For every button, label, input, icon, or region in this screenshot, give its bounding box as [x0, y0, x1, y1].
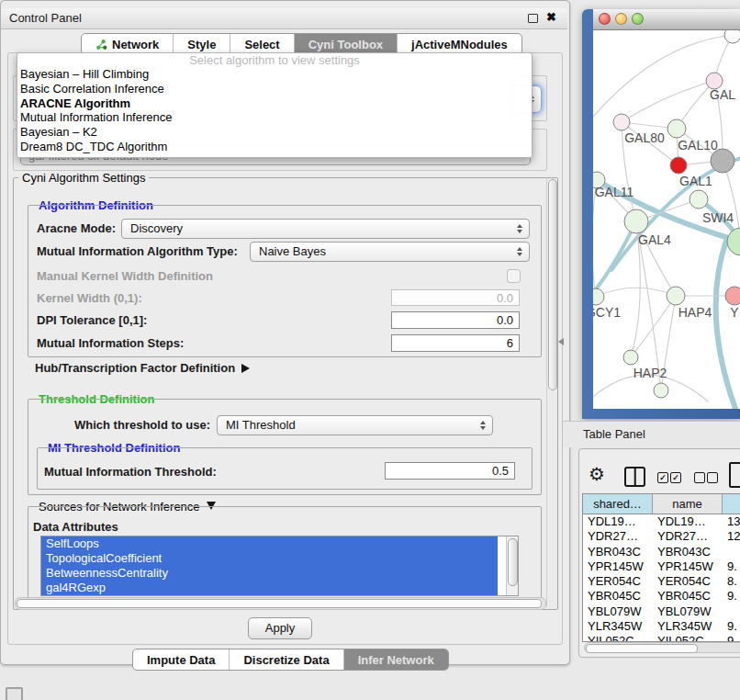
minimize-window-icon[interactable] — [615, 13, 627, 25]
table-row[interactable]: YPR145WYPR145W9. — [583, 559, 740, 574]
tab-discretize-data[interactable]: Discretize Data — [230, 649, 343, 670]
algorithm-option-mutual-information-inference[interactable]: Mutual Information Inference — [17, 110, 532, 125]
network-node[interactable] — [727, 228, 740, 255]
network-node-hap2[interactable] — [623, 350, 638, 365]
settings-horizontal-scrollbar[interactable] — [15, 597, 546, 610]
table-row[interactable]: YLR345WYLR345W9. — [583, 619, 740, 634]
attribute-item-gal4rgexp[interactable]: gal4RGexp — [41, 581, 498, 595]
table-cell[interactable]: 9. — [723, 559, 740, 574]
table-cell[interactable]: YBR043C — [653, 545, 723, 559]
table-cell[interactable]: 12 — [723, 529, 740, 544]
table-row[interactable]: YBR043CYBR043C — [583, 545, 740, 559]
network-node[interactable] — [654, 383, 668, 398]
table-horizontal-scrollbar[interactable] — [584, 642, 740, 653]
split-view-icon[interactable] — [624, 467, 645, 487]
table-row[interactable]: YBL079WYBL079W — [583, 604, 740, 619]
table-cell[interactable]: YBL079W — [653, 604, 723, 619]
table-row[interactable]: YBR045CYBR045C9. — [583, 589, 740, 604]
table-cell[interactable]: 8. — [723, 574, 740, 589]
attribute-item-betweennesscentrality[interactable]: BetweennessCentrality — [41, 566, 498, 581]
table-cell[interactable] — [723, 545, 740, 559]
network-node[interactable] — [724, 29, 740, 43]
tab-select[interactable]: Select — [230, 34, 294, 54]
column-header-shared-[interactable]: shared… — [583, 494, 653, 514]
tab-jactivemnodules[interactable]: jActiveMNodules — [398, 34, 521, 54]
network-window-titlebar[interactable] — [593, 9, 740, 30]
network-node-hap4[interactable] — [667, 287, 685, 305]
network-node-gal10[interactable] — [667, 119, 686, 138]
table-cell[interactable]: YBL079W — [583, 604, 653, 619]
attribute-item-selfloops[interactable]: SelfLoops — [41, 536, 498, 551]
mi-steps-field[interactable] — [391, 334, 520, 352]
table-cell[interactable]: YPR145W — [583, 559, 653, 574]
table-cell[interactable]: YDR27… — [653, 529, 723, 544]
network-node-y[interactable] — [725, 287, 740, 305]
attribute-item-topologicalcoefficient[interactable]: TopologicalCoefficient — [41, 551, 498, 566]
table-row[interactable]: YER054CYER054C8. — [583, 574, 740, 589]
scrollbar-thumb[interactable] — [17, 599, 542, 608]
which-threshold-combo[interactable]: MI Threshold — [217, 415, 493, 435]
attributes-vertical-scrollbar[interactable] — [506, 536, 518, 595]
table-cell[interactable]: YPR145W — [653, 559, 723, 574]
network-edge[interactable] — [596, 288, 676, 297]
panel-collapse-arrow-icon[interactable] — [558, 338, 564, 345]
zoom-window-icon[interactable] — [632, 13, 644, 25]
table-cell[interactable]: YBR045C — [653, 589, 723, 604]
float-window-icon[interactable] — [528, 14, 538, 23]
data-attributes-list[interactable]: SelfLoopsTopologicalCoefficientBetweenne… — [40, 536, 519, 596]
table-cell[interactable]: YER054C — [583, 574, 653, 589]
deselect-all-checkboxes-icon[interactable] — [707, 472, 718, 483]
algorithm-option-bayesian-k2[interactable]: Bayesian – K2 — [17, 125, 532, 140]
mi-type-combo[interactable]: Naive Bayes — [250, 242, 530, 262]
tab-infer-network[interactable]: Infer Network — [344, 649, 448, 670]
column-header-a[interactable]: A — [723, 494, 740, 514]
network-node-gal80[interactable] — [613, 114, 630, 130]
minimized-panel-icon[interactable] — [6, 687, 23, 700]
settings-vertical-scrollbar[interactable] — [546, 178, 557, 607]
table-row[interactable]: YDR27…YDR27…12 — [583, 529, 740, 544]
table-cell[interactable]: 9 — [723, 634, 740, 642]
network-edge[interactable] — [716, 241, 735, 409]
mi-threshold-field[interactable] — [385, 462, 515, 480]
table-cell[interactable]: YIL052C — [583, 634, 653, 642]
network-node-swi4[interactable] — [690, 190, 708, 209]
table-cell[interactable]: YER054C — [653, 574, 723, 589]
table-cell[interactable]: 9. — [723, 619, 740, 634]
scrollbar-thumb[interactable] — [508, 538, 518, 586]
algorithm-option-dream8-dc-tdc-algorithm[interactable]: Dream8 DC_TDC Algorithm — [17, 140, 532, 154]
algorithm-option-aracne-algorithm[interactable]: ARACNE Algorithm — [17, 96, 532, 111]
close-panel-icon[interactable]: ✖ — [546, 10, 556, 24]
algorithm-option-basic-correlation-inference[interactable]: Basic Correlation Inference — [17, 82, 532, 96]
network-edge[interactable] — [622, 81, 714, 122]
table-row[interactable]: YIL052CYIL052C9 — [583, 634, 740, 642]
table-cell[interactable]: 13 — [723, 514, 740, 529]
dpi-tolerance-field[interactable] — [391, 311, 520, 329]
table-cell[interactable]: YDR27… — [583, 529, 653, 544]
table-cell[interactable] — [723, 604, 740, 619]
algorithm-option-bayesian-hill-climbing[interactable]: Bayesian – Hill Climbing — [17, 67, 532, 82]
table-cell[interactable]: YLR345W — [583, 619, 653, 634]
gear-icon[interactable]: ⚙ — [589, 463, 605, 485]
network-edge[interactable] — [593, 221, 636, 293]
aracne-mode-combo[interactable]: Discovery — [121, 219, 530, 239]
table-cell[interactable]: YDL19… — [583, 514, 653, 529]
scrollbar-thumb[interactable] — [548, 179, 557, 390]
network-node-gcy1[interactable] — [593, 288, 604, 305]
table-cell[interactable]: YDL19… — [653, 514, 723, 529]
close-window-icon[interactable] — [599, 13, 611, 25]
tab-impute-data[interactable]: Impute Data — [133, 649, 230, 670]
apply-button[interactable]: Apply — [248, 617, 312, 639]
deselect-all-checkboxes-icon[interactable] — [694, 472, 705, 483]
table-cell[interactable]: YBR043C — [583, 545, 653, 559]
select-all-checkboxes-icon[interactable]: ✓ — [657, 472, 668, 483]
scrollbar-thumb[interactable] — [586, 644, 698, 653]
tab-network[interactable]: Network — [82, 34, 174, 54]
network-canvas[interactable]: GALGAL80GAL10GAL1GAL11SWI4GAL4GCY1HAP4YH… — [593, 29, 740, 409]
hub-section-toggle[interactable]: Hub/Transcription Factor Definition — [35, 361, 250, 375]
table-cell[interactable]: YLR345W — [653, 619, 723, 634]
table-cell[interactable]: YBR045C — [583, 589, 653, 604]
document-icon[interactable] — [729, 462, 740, 488]
table-row[interactable]: YDL19…YDL19…13 — [583, 514, 740, 529]
column-header-name[interactable]: name — [653, 494, 723, 514]
table-cell[interactable]: YIL052C — [653, 634, 723, 642]
